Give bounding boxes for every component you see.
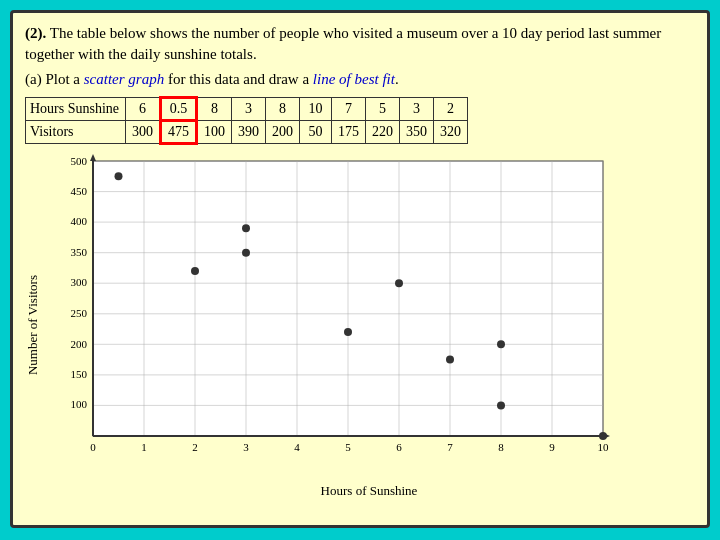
- hours-col-6: 7: [332, 98, 366, 121]
- svg-text:0: 0: [90, 441, 96, 453]
- svg-text:4: 4: [294, 441, 300, 453]
- hours-col-4: 8: [266, 98, 300, 121]
- svg-text:6: 6: [396, 441, 402, 453]
- hours-sunshine-label: Hours Sunshine: [26, 98, 126, 121]
- visitors-col-0: 300: [126, 121, 161, 144]
- hours-col-5: 10: [300, 98, 332, 121]
- part-a: (a) Plot a scatter graph for this data a…: [25, 71, 695, 88]
- svg-text:10: 10: [598, 441, 610, 453]
- visitors-col-5: 50: [300, 121, 332, 144]
- svg-text:400: 400: [71, 215, 88, 227]
- point-10-50: [599, 432, 607, 440]
- point-8-200: [497, 340, 505, 348]
- svg-text:5: 5: [345, 441, 351, 453]
- point-3-350: [242, 249, 250, 257]
- visitors-col-9: 320: [434, 121, 468, 144]
- scatter-graph-label: scatter graph: [84, 71, 164, 87]
- point-2-320: [191, 267, 199, 275]
- chart-wrapper: Number of Visitors: [25, 151, 695, 499]
- visitors-col-2: 100: [197, 121, 232, 144]
- svg-text:8: 8: [498, 441, 504, 453]
- chart-inner: 500 450 400 350 300 250 200 150 100 0 1 …: [43, 151, 695, 499]
- hours-col-7: 5: [366, 98, 400, 121]
- problem-text: The table below shows the number of peop…: [25, 25, 661, 62]
- point-5-220: [344, 328, 352, 336]
- data-table: Hours Sunshine 6 0.5 8 3 8 10 7 5 3 2 Vi…: [25, 96, 468, 145]
- svg-text:2: 2: [192, 441, 198, 453]
- hours-col-9: 2: [434, 98, 468, 121]
- svg-text:300: 300: [71, 276, 88, 288]
- point-8-100: [497, 401, 505, 409]
- hours-col-3: 3: [232, 98, 266, 121]
- svg-text:9: 9: [549, 441, 555, 453]
- visitors-col-1-highlighted: 475: [161, 121, 197, 144]
- svg-text:150: 150: [71, 368, 88, 380]
- hours-col-1-highlighted: 0.5: [161, 98, 197, 121]
- visitors-col-6: 175: [332, 121, 366, 144]
- svg-text:100: 100: [71, 398, 88, 410]
- hours-col-0: 6: [126, 98, 161, 121]
- svg-text:250: 250: [71, 307, 88, 319]
- x-axis-label: Hours of Sunshine: [43, 483, 695, 499]
- point-3-390: [242, 224, 250, 232]
- main-container: (2). The table below shows the number of…: [10, 10, 710, 528]
- hours-col-8: 3: [400, 98, 434, 121]
- visitors-col-8: 350: [400, 121, 434, 144]
- visitors-col-4: 200: [266, 121, 300, 144]
- y-axis-label: Number of Visitors: [25, 275, 41, 375]
- visitors-label: Visitors: [26, 121, 126, 144]
- point-0.5-475: [115, 172, 123, 180]
- visitors-col-3: 390: [232, 121, 266, 144]
- svg-text:200: 200: [71, 338, 88, 350]
- svg-marker-23: [90, 154, 96, 161]
- svg-text:1: 1: [141, 441, 147, 453]
- hours-col-2: 8: [197, 98, 232, 121]
- chart-svg: 500 450 400 350 300 250 200 150 100 0 1 …: [43, 151, 623, 481]
- svg-text:3: 3: [243, 441, 249, 453]
- svg-text:350: 350: [71, 246, 88, 258]
- svg-text:7: 7: [447, 441, 453, 453]
- problem-number: (2).: [25, 25, 46, 41]
- problem-description: (2). The table below shows the number of…: [25, 23, 695, 65]
- point-6-300: [395, 279, 403, 287]
- best-fit-label: line of best fit: [313, 71, 395, 87]
- svg-text:450: 450: [71, 185, 88, 197]
- visitors-col-7: 220: [366, 121, 400, 144]
- svg-text:500: 500: [71, 155, 88, 167]
- point-7-175: [446, 356, 454, 364]
